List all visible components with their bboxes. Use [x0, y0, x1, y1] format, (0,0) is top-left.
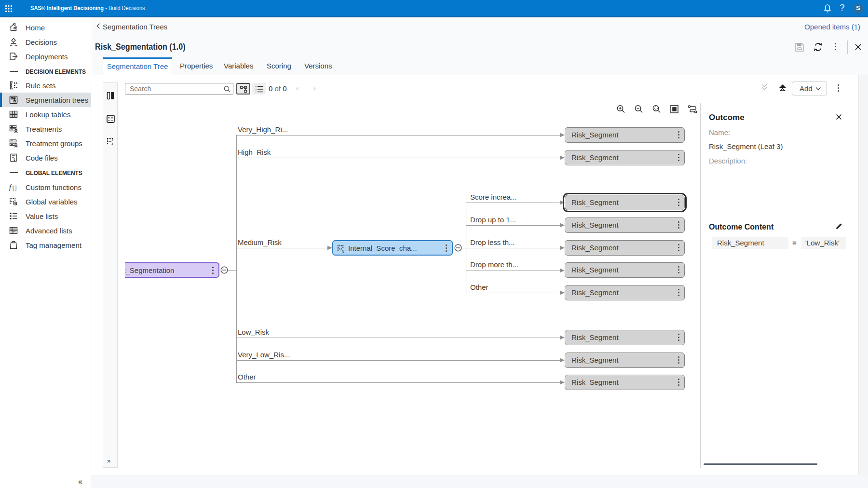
svg-text:f: f: [9, 184, 12, 191]
svg-text:x: x: [341, 248, 344, 254]
svg-text:[ ]: [ ]: [13, 185, 17, 190]
